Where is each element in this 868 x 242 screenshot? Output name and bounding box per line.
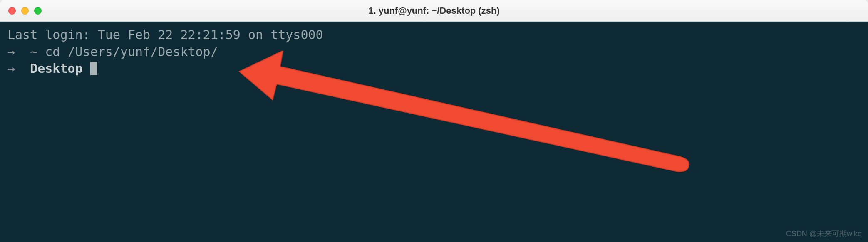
window-title: 1. yunf@yunf: ~/Desktop (zsh) [368, 5, 499, 16]
terminal-body[interactable]: Last login: Tue Feb 22 22:21:59 on ttys0… [0, 22, 868, 242]
terminal-window: 1. yunf@yunf: ~/Desktop (zsh) Last login… [0, 0, 868, 242]
title-bar: 1. yunf@yunf: ~/Desktop (zsh) [0, 0, 868, 22]
cursor-icon [90, 62, 97, 75]
minimize-button[interactable] [21, 7, 29, 15]
command-text: cd /Users/yunf/Desktop/ [45, 44, 218, 59]
traffic-lights [8, 7, 42, 15]
command-line-2: → Desktop [7, 60, 861, 77]
cwd-tilde: ~ [30, 44, 37, 59]
close-button[interactable] [8, 7, 16, 15]
watermark: CSDN @未来可期wlkq [786, 229, 862, 239]
prompt-arrow-icon: → [7, 61, 15, 76]
cwd-name: Desktop [30, 61, 82, 76]
last-login-line: Last login: Tue Feb 22 22:21:59 on ttys0… [7, 27, 861, 44]
prompt-arrow-icon: → [7, 44, 15, 59]
maximize-button[interactable] [34, 7, 42, 15]
command-line-1: → ~ cd /Users/yunf/Desktop/ [7, 44, 861, 61]
